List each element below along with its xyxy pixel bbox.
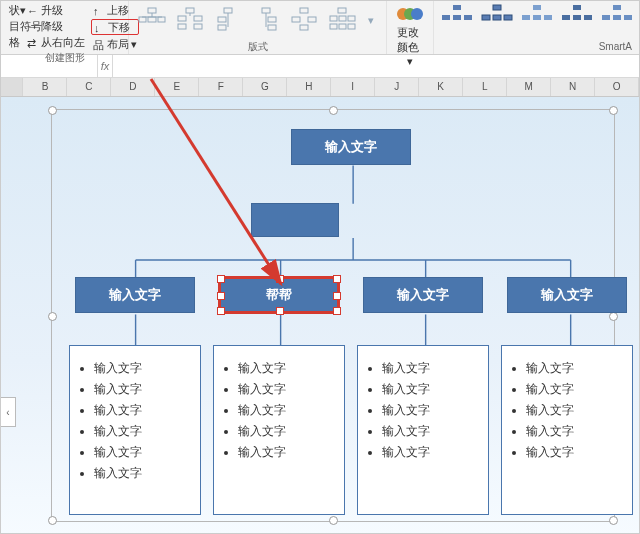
svg-rect-34 [453, 5, 461, 10]
column-header[interactable]: E [155, 78, 199, 96]
node-resize-handle[interactable] [217, 307, 225, 315]
column-header[interactable]: H [287, 78, 331, 96]
bullet-button[interactable]: 目符号 [7, 19, 21, 33]
svg-rect-27 [348, 16, 355, 21]
change-color-button[interactable]: 更改颜色▾ [393, 3, 427, 68]
worksheet-area[interactable]: ‹ [1, 97, 639, 534]
list-item: 输入文字 [526, 360, 624, 377]
list-item: 输入文字 [238, 423, 336, 440]
svg-rect-53 [624, 15, 632, 20]
column-headers: BCDEFGHIJKLMNO [1, 78, 639, 97]
list-item: 输入文字 [526, 423, 624, 440]
node-resize-handle[interactable] [333, 292, 341, 300]
cell-button[interactable]: 格 [7, 35, 21, 49]
column-header[interactable]: J [375, 78, 419, 96]
formula-bar: fx [1, 55, 639, 78]
node-resize-handle[interactable] [217, 292, 225, 300]
layout-style-2[interactable] [173, 3, 207, 37]
svg-rect-17 [268, 17, 276, 22]
layout-style-5[interactable] [287, 3, 321, 37]
svg-rect-11 [194, 24, 202, 29]
node-resize-handle[interactable] [276, 307, 284, 315]
excel-window: 状▾ 目符号 格 ←升级 →降级 ⇄从右向左 ↑上移 ↓下移 品布局▾ 创建图形 [0, 0, 640, 534]
svg-rect-44 [533, 15, 541, 20]
svg-rect-21 [292, 17, 300, 22]
column-header[interactable]: M [507, 78, 551, 96]
org-node-l2-0[interactable]: 输入文字 [75, 277, 195, 313]
list-item: 输入文字 [94, 381, 192, 398]
node-resize-handle[interactable] [333, 307, 341, 315]
layout-style-1[interactable] [135, 3, 169, 37]
column-header[interactable]: D [111, 78, 155, 96]
svg-rect-48 [573, 15, 581, 20]
smartart-style-1[interactable] [440, 3, 474, 33]
svg-rect-25 [330, 16, 337, 21]
org-listbox-1[interactable]: 输入文字输入文字输入文字输入文字输入文字 [213, 345, 345, 515]
column-header[interactable]: O [595, 78, 639, 96]
svg-rect-4 [148, 17, 156, 22]
node-resize-handle[interactable] [217, 275, 225, 283]
org-node-root[interactable]: 输入文字 [291, 129, 411, 165]
org-node-l2-1[interactable]: 帮帮 [219, 277, 339, 313]
demote-button[interactable]: →降级 [25, 19, 87, 33]
column-header[interactable]: C [67, 78, 111, 96]
svg-rect-28 [330, 24, 337, 29]
svg-rect-35 [442, 15, 450, 20]
node-resize-handle[interactable] [333, 275, 341, 283]
svg-rect-0 [148, 8, 156, 13]
org-listbox-0[interactable]: 输入文字输入文字输入文字输入文字输入文字输入文字 [69, 345, 201, 515]
svg-rect-41 [504, 15, 512, 20]
svg-point-33 [411, 8, 423, 20]
list-item: 输入文字 [238, 444, 336, 461]
ribbon-group-layouts: ▾ 版式 [129, 1, 387, 54]
shape-button[interactable]: 状▾ [7, 3, 21, 17]
column-header[interactable]: G [243, 78, 287, 96]
text-pane-expand[interactable]: ‹ [1, 397, 16, 427]
smartart-style-4[interactable] [560, 3, 594, 33]
list-item: 输入文字 [94, 402, 192, 419]
org-node-assistant[interactable] [251, 203, 339, 237]
svg-rect-40 [493, 15, 501, 20]
svg-rect-3 [139, 17, 146, 22]
rtl-button[interactable]: ⇄从右向左 [25, 35, 87, 49]
svg-rect-6 [186, 8, 194, 13]
svg-rect-46 [573, 5, 581, 10]
name-box[interactable] [1, 55, 98, 77]
fx-icon[interactable]: fx [98, 55, 113, 77]
ribbon: 状▾ 目符号 格 ←升级 →降级 ⇄从右向左 ↑上移 ↓下移 品布局▾ 创建图形 [1, 1, 639, 55]
smartart-style-3[interactable] [520, 3, 554, 33]
svg-rect-29 [339, 24, 346, 29]
org-node-l2-3[interactable]: 输入文字 [507, 277, 627, 313]
smartart-style-2[interactable] [480, 3, 514, 33]
org-listbox-3[interactable]: 输入文字输入文字输入文字输入文字输入文字 [501, 345, 633, 515]
org-listbox-2[interactable]: 输入文字输入文字输入文字输入文字输入文字 [357, 345, 489, 515]
layout-style-3[interactable] [211, 3, 245, 37]
svg-rect-24 [338, 8, 346, 13]
svg-rect-18 [268, 25, 276, 30]
list-item: 输入文字 [238, 360, 336, 377]
svg-rect-51 [602, 15, 610, 20]
smartart-style-5[interactable] [600, 3, 634, 33]
org-node-l2-2[interactable]: 输入文字 [363, 277, 483, 313]
column-header[interactable]: N [551, 78, 595, 96]
layout-style-6[interactable] [325, 3, 359, 37]
ribbon-group-layouts-title: 版式 [135, 40, 380, 54]
promote-button[interactable]: ←升级 [25, 3, 87, 17]
column-header[interactable]: F [199, 78, 243, 96]
list-item: 输入文字 [238, 381, 336, 398]
layout-gallery-more[interactable]: ▾ [363, 3, 379, 37]
column-header[interactable] [1, 78, 23, 96]
column-header[interactable]: I [331, 78, 375, 96]
ribbon-group-smartart: SmartA [434, 1, 640, 54]
list-item: 输入文字 [94, 360, 192, 377]
svg-rect-42 [533, 5, 541, 10]
annotation-arrow [111, 69, 311, 299]
column-header[interactable]: B [23, 78, 67, 96]
list-item: 输入文字 [526, 381, 624, 398]
column-header[interactable]: L [463, 78, 507, 96]
node-resize-handle[interactable] [276, 275, 284, 283]
layout-style-4[interactable] [249, 3, 283, 37]
column-header[interactable]: K [419, 78, 463, 96]
svg-rect-22 [308, 17, 316, 22]
svg-rect-14 [218, 25, 226, 30]
